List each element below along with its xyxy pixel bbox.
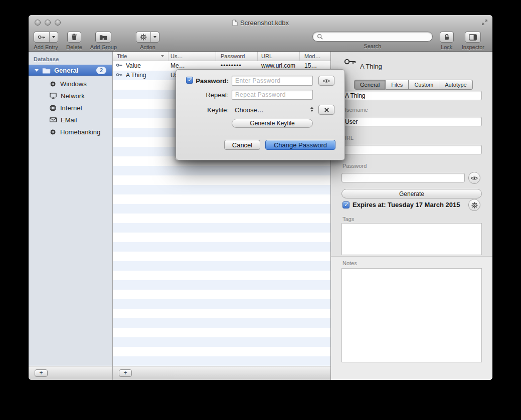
expires-settings-button[interactable] bbox=[468, 199, 480, 211]
inspector-label: Inspector bbox=[462, 44, 484, 50]
column-header-password[interactable]: Password bbox=[221, 53, 245, 59]
cell-username: Me… bbox=[170, 62, 185, 69]
sheet-password-input[interactable] bbox=[232, 76, 313, 86]
column-header-title[interactable]: Title bbox=[117, 53, 127, 59]
gear-icon bbox=[50, 129, 56, 135]
sidebar-item-label: Homebanking bbox=[60, 128, 100, 136]
tab-custom[interactable]: Custom bbox=[409, 80, 439, 90]
password-label: Password bbox=[342, 163, 367, 169]
chevron-down-icon[interactable] bbox=[49, 32, 58, 42]
action-button[interactable]: Action bbox=[136, 32, 159, 50]
inspector-panel: A Thing General Files Custom Autotype Us… bbox=[331, 52, 492, 380]
gear-icon bbox=[471, 202, 478, 208]
sidebar-items: Windows Network Internet bbox=[29, 78, 112, 138]
fullscreen-icon[interactable] bbox=[482, 20, 487, 25]
sheet-repeat-label: Repeat: bbox=[176, 91, 229, 99]
folder-plus-icon bbox=[96, 32, 111, 42]
sidebar-item-windows[interactable]: Windows bbox=[29, 78, 112, 90]
title-field[interactable] bbox=[341, 91, 482, 100]
sheet-password-label: Password: bbox=[176, 77, 229, 85]
add-entry-button[interactable]: Add Entry bbox=[34, 32, 58, 50]
notes-field[interactable] bbox=[341, 268, 482, 362]
envelope-icon bbox=[50, 117, 57, 122]
generate-password-button[interactable]: Generate bbox=[341, 189, 482, 198]
expires-checkbox[interactable] bbox=[342, 201, 350, 208]
popup-arrows-icon[interactable] bbox=[310, 107, 313, 112]
app-window: Screenshot.kdbx Add Entry Delete bbox=[29, 15, 492, 380]
password-field[interactable] bbox=[341, 173, 465, 182]
tab-autotype[interactable]: Autotype bbox=[439, 80, 472, 90]
generate-keyfile-button[interactable]: Generate Keyfile bbox=[232, 119, 313, 128]
key-icon bbox=[116, 63, 123, 68]
sheet-reveal-password-button[interactable] bbox=[318, 76, 334, 86]
key-icon bbox=[34, 32, 49, 42]
column-header-username[interactable]: Us… bbox=[170, 53, 183, 59]
sidebar-item-label: Network bbox=[61, 92, 85, 100]
column-header-url[interactable]: URL bbox=[261, 53, 272, 59]
expires-row: Expires at: Tuesday 17 March 2015 bbox=[342, 201, 460, 208]
chevron-down-icon[interactable] bbox=[150, 32, 159, 42]
sidebar-item-network[interactable]: Network bbox=[29, 90, 112, 102]
sidebar-item-label: Internet bbox=[60, 104, 82, 112]
cell-modified: 15… bbox=[304, 62, 317, 69]
sidebar-item-label: EMail bbox=[61, 116, 77, 124]
delete-label: Delete bbox=[66, 44, 82, 50]
cell-password: •••••••• bbox=[221, 62, 242, 69]
add-entry-plus-button[interactable]: + bbox=[119, 369, 132, 377]
close-x-icon bbox=[324, 108, 329, 112]
entry-key-icon bbox=[344, 58, 357, 66]
sidebar-group-label: General bbox=[54, 67, 78, 74]
keyfile-popup-button[interactable]: Choose… bbox=[235, 106, 264, 114]
sidebar-group-general[interactable]: General 2 bbox=[29, 65, 112, 76]
expires-label: Expires at: Tuesday 17 March 2015 bbox=[353, 201, 460, 208]
disclosure-triangle-icon[interactable] bbox=[35, 69, 39, 72]
add-group-button[interactable]: Add Group bbox=[90, 32, 117, 50]
search-input[interactable] bbox=[325, 33, 428, 41]
toolbar: Add Entry Delete Add Group Action bbox=[29, 30, 492, 52]
globe-icon bbox=[50, 105, 56, 111]
entry-list-header: Title Us… Password URL Mod… bbox=[113, 52, 330, 61]
tags-field[interactable] bbox=[341, 223, 482, 255]
tab-files[interactable]: Files bbox=[386, 80, 409, 90]
cell-url: www.url.com bbox=[261, 62, 295, 69]
search-field[interactable] bbox=[312, 32, 433, 42]
sidebar-section-header: Database bbox=[34, 56, 112, 62]
add-entry-label: Add Entry bbox=[34, 44, 58, 50]
inspector-panel-icon bbox=[465, 32, 480, 42]
search-label: Search bbox=[364, 43, 381, 49]
clear-keyfile-button[interactable] bbox=[318, 105, 334, 115]
folder-icon bbox=[42, 67, 51, 74]
change-password-sheet: Password: Repeat: Keyfile: Choose… Gener… bbox=[176, 69, 345, 160]
lock-button[interactable]: Lock bbox=[440, 32, 454, 50]
cell-title: Value bbox=[126, 62, 141, 69]
column-header-modified[interactable]: Mod… bbox=[304, 53, 320, 59]
group-count-badge: 2 bbox=[96, 67, 106, 74]
sidebar-item-email[interactable]: EMail bbox=[29, 114, 112, 126]
delete-button[interactable]: Delete bbox=[66, 32, 82, 50]
window-title-area: Screenshot.kdbx bbox=[29, 15, 492, 30]
reveal-password-button[interactable] bbox=[468, 172, 480, 184]
inspector-entry-title: A Thing bbox=[360, 63, 382, 70]
sidebar-item-homebanking[interactable]: Homebanking bbox=[29, 126, 112, 138]
gear-icon bbox=[136, 32, 150, 42]
sidebar-item-internet[interactable]: Internet bbox=[29, 102, 112, 114]
username-field[interactable] bbox=[341, 117, 482, 126]
trash-icon bbox=[68, 32, 81, 42]
tab-general[interactable]: General bbox=[354, 80, 386, 90]
search-tool: Search bbox=[312, 32, 433, 49]
change-password-button[interactable]: Change Password bbox=[265, 140, 335, 150]
cell-title: A Thing bbox=[126, 72, 146, 79]
add-group-plus-button[interactable]: + bbox=[35, 369, 48, 377]
entry-list-bottom-bar: + bbox=[113, 366, 331, 380]
url-field[interactable] bbox=[341, 145, 482, 154]
eye-icon bbox=[471, 176, 478, 180]
cancel-button[interactable]: Cancel bbox=[224, 140, 260, 150]
sheet-repeat-input[interactable] bbox=[232, 90, 313, 100]
sidebar-item-label: Windows bbox=[60, 80, 87, 88]
gear-icon bbox=[50, 81, 56, 87]
action-label: Action bbox=[140, 44, 155, 50]
inspector-toggle-button[interactable]: Inspector bbox=[462, 32, 484, 50]
search-icon bbox=[317, 34, 323, 40]
inspector-tabs: General Files Custom Autotype bbox=[354, 80, 473, 90]
lock-label: Lock bbox=[441, 44, 452, 50]
